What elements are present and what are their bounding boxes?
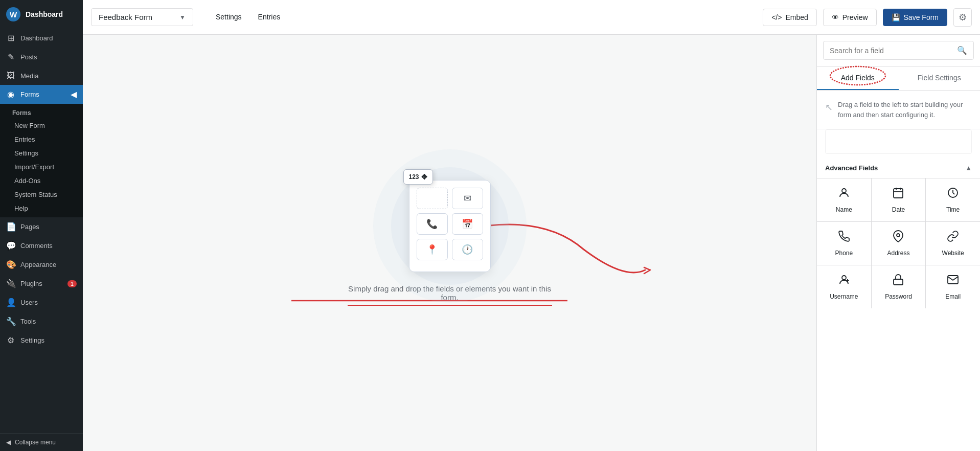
search-input-wrap[interactable]: 🔍	[823, 41, 974, 60]
advanced-fields-section: Advanced Fields ▲ Name	[817, 158, 980, 308]
gear-button[interactable]: ⚙	[953, 8, 972, 27]
field-card-website[interactable]: Website	[926, 222, 980, 265]
dashboard-icon: ⊞	[6, 33, 15, 43]
field-card-password[interactable]: Password	[872, 265, 926, 308]
field-card-email[interactable]: Email	[926, 265, 980, 308]
sidebar-item-label: Users	[20, 299, 38, 306]
nav-entries[interactable]: Entries	[250, 9, 289, 26]
chevron-up-icon[interactable]: ▲	[965, 164, 972, 172]
sidebar-item-posts[interactable]: ✎ Posts	[0, 48, 83, 66]
posts-icon: ✎	[6, 52, 15, 62]
sidebar-logo[interactable]: W Dashboard	[0, 0, 83, 29]
submenu-settings[interactable]: Settings	[0, 146, 83, 160]
media-icon: 🖼	[6, 71, 15, 80]
form-mock-card: 123 ✥ ✉ 📞 📅 📍 🕐	[409, 180, 491, 272]
submenu-import-export[interactable]: Import/Export	[0, 160, 83, 174]
gear-icon: ⚙	[959, 12, 967, 23]
sidebar-item-plugins[interactable]: 🔌 Plugins 1	[0, 274, 83, 293]
tab-field-settings[interactable]: Field Settings	[899, 66, 981, 90]
mock-field-email: ✉	[452, 188, 483, 209]
field-card-phone[interactable]: Phone	[817, 222, 871, 265]
field-card-date[interactable]: Date	[872, 178, 926, 221]
number-icon: 123	[409, 173, 419, 181]
submenu-entries[interactable]: Entries	[0, 132, 83, 146]
collapse-menu[interactable]: ◀ Collapse menu	[0, 433, 83, 451]
sidebar-item-appearance[interactable]: 🎨 Appearance	[0, 255, 83, 274]
field-card-username[interactable]: Username	[817, 265, 871, 308]
sidebar-item-pages[interactable]: 📄 Pages	[0, 217, 83, 236]
field-label-address: Address	[887, 250, 909, 257]
search-input[interactable]	[830, 47, 953, 55]
tab-add-fields[interactable]: Add Fields	[817, 66, 899, 90]
chevron-down-icon: ▼	[179, 14, 186, 21]
field-card-name[interactable]: Name	[817, 178, 871, 221]
tools-icon: 🔧	[6, 317, 15, 326]
preview-eye-icon: 👁	[832, 13, 839, 21]
mock-field-location: 📍	[417, 239, 448, 260]
embed-code-icon: </>	[771, 13, 782, 21]
field-card-time[interactable]: Time	[926, 178, 980, 221]
save-form-button[interactable]: 💾 Save Form	[883, 9, 947, 26]
field-label-phone: Phone	[835, 250, 853, 257]
email-icon	[947, 274, 959, 289]
forms-icon: ◉	[6, 89, 15, 99]
submenu-add-ons[interactable]: Add-Ons	[0, 174, 83, 188]
field-label-password: Password	[885, 293, 912, 300]
sidebar-item-users[interactable]: 👤 Users	[0, 293, 83, 312]
field-label-username: Username	[830, 293, 858, 300]
panel-tabs: Add Fields Field Settings	[817, 66, 980, 91]
field-label-website: Website	[942, 250, 964, 257]
sidebar-item-settings[interactable]: ⚙ Settings	[0, 331, 83, 350]
sidebar-item-media[interactable]: 🖼 Media	[0, 66, 83, 85]
placeholder-box	[825, 129, 972, 154]
field-label-time: Time	[946, 206, 960, 213]
form-row-3: 📍 🕐	[417, 239, 483, 260]
form-selector[interactable]: Feedback Form ▼	[91, 8, 193, 26]
sidebar-item-label: Comments	[20, 242, 53, 250]
topbar-nav: Settings Entries	[208, 9, 288, 26]
settings-icon: ⚙	[6, 335, 15, 345]
canvas-illustration: 123 ✥ ✉ 📞 📅 📍 🕐	[409, 180, 491, 272]
field-label-date: Date	[892, 206, 905, 213]
plugins-icon: 🔌	[6, 279, 15, 288]
tab-field-settings-label: Field Settings	[918, 74, 961, 82]
embed-button[interactable]: </> Embed	[763, 9, 817, 26]
submenu-system-status[interactable]: System Status	[0, 188, 83, 201]
svg-point-2	[842, 189, 846, 193]
phone-icon	[838, 230, 850, 245]
website-icon	[947, 230, 959, 245]
dragging-field[interactable]: 123 ✥	[403, 169, 433, 185]
collapse-icon: ◀	[6, 439, 11, 446]
fields-grid-advanced: Name Date Time	[817, 178, 980, 308]
address-icon	[892, 230, 904, 245]
sidebar-item-tools[interactable]: 🔧 Tools	[0, 312, 83, 331]
sidebar-item-label: Plugins	[20, 280, 42, 287]
search-bar: 🔍	[817, 35, 980, 66]
name-icon	[838, 187, 850, 202]
pages-icon: 📄	[6, 222, 15, 232]
body-area: 123 ✥ ✉ 📞 📅 📍 🕐	[83, 35, 980, 451]
mock-field-calendar: 📅	[452, 213, 483, 235]
appearance-icon: 🎨	[6, 260, 15, 269]
canvas-underline-annotation	[348, 305, 552, 306]
submenu-help[interactable]: Help	[0, 201, 83, 215]
submenu-new-form[interactable]: New Form	[0, 119, 83, 132]
sidebar-item-forms[interactable]: ◉ Forms ◀	[0, 85, 83, 104]
field-card-address[interactable]: Address	[872, 222, 926, 265]
drag-hint: ↖ Drag a field to the left to start buil…	[817, 91, 980, 129]
sidebar-item-label: Settings	[20, 336, 44, 344]
search-icon: 🔍	[957, 46, 967, 55]
preview-button[interactable]: 👁 Preview	[823, 9, 877, 26]
form-row-1: ✉	[417, 188, 483, 209]
sidebar-item-comments[interactable]: 💬 Comments	[0, 236, 83, 255]
dashboard-label: Dashboard	[26, 10, 63, 18]
tab-add-fields-label: Add Fields	[841, 74, 875, 82]
users-icon: 👤	[6, 298, 15, 307]
sidebar: W Dashboard ⊞ Dashboard ✎ Posts 🖼 Media …	[0, 0, 83, 451]
forms-submenu: Forms New Form Entries Settings Import/E…	[0, 104, 83, 217]
nav-settings[interactable]: Settings	[208, 9, 250, 26]
submenu-title: Forms	[0, 106, 83, 119]
form-canvas: 123 ✥ ✉ 📞 📅 📍 🕐	[83, 35, 816, 451]
collapse-label: Collapse menu	[15, 439, 56, 446]
sidebar-item-dashboard[interactable]: ⊞ Dashboard	[0, 29, 83, 48]
